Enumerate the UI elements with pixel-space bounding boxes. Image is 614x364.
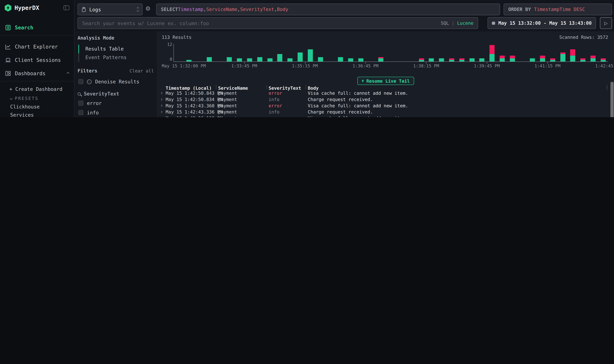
histogram-bar[interactable] bbox=[379, 57, 383, 62]
select-clause-input[interactable]: SELECT Timestamp, ServiceName, SeverityT… bbox=[156, 3, 500, 15]
histogram-bar[interactable] bbox=[267, 58, 272, 62]
analysis-mode-option[interactable]: Results Table bbox=[78, 45, 154, 53]
histogram-bar[interactable] bbox=[550, 58, 555, 62]
checkbox[interactable] bbox=[78, 110, 83, 115]
histogram-bar[interactable] bbox=[480, 58, 484, 62]
histogram-bar[interactable] bbox=[601, 58, 606, 62]
histogram-bar[interactable] bbox=[277, 54, 282, 62]
filter-option-info[interactable]: info bbox=[78, 110, 154, 116]
histogram-bar[interactable] bbox=[419, 58, 424, 62]
histogram-bar[interactable] bbox=[439, 58, 444, 62]
histogram-bar[interactable] bbox=[287, 58, 292, 62]
select-keyword: SELECT bbox=[161, 7, 178, 12]
source-settings-gear-icon[interactable]: ⚙ bbox=[145, 6, 151, 12]
row-expand-chevron-icon[interactable] bbox=[160, 96, 166, 103]
denoise-label: Denoise Results bbox=[95, 79, 139, 85]
histogram-bar[interactable] bbox=[186, 60, 192, 62]
select-field: ServiceName bbox=[206, 7, 237, 12]
analysis-mode-option[interactable]: Event Patterns bbox=[78, 53, 154, 62]
histogram-slot bbox=[305, 44, 315, 62]
date-range-picker[interactable]: May 15 13:32:00 - May 15 13:43:00 bbox=[487, 17, 596, 29]
checkbox[interactable] bbox=[78, 101, 83, 106]
histogram-bar[interactable] bbox=[257, 57, 262, 62]
histogram-bar[interactable] bbox=[429, 58, 434, 62]
histogram-bar[interactable] bbox=[459, 58, 464, 62]
table-options-kebab-icon[interactable]: ⋮ bbox=[604, 85, 609, 90]
results-area: 113 Results Scanned Rows: 3572 12 0 May … bbox=[157, 31, 614, 117]
row-expand-chevron-icon[interactable] bbox=[160, 109, 166, 115]
histogram-bar[interactable] bbox=[227, 57, 232, 62]
histogram-bar[interactable] bbox=[500, 55, 505, 62]
sidebar-item-label: Chart Explorer bbox=[15, 44, 69, 50]
results-histogram[interactable] bbox=[173, 44, 608, 62]
error-bar-segment bbox=[590, 55, 596, 58]
histogram-bar[interactable] bbox=[490, 45, 495, 62]
x-axis-labels: May 15 1:32:00 PM1:33:45 PM1:35:15 PM1:3… bbox=[173, 64, 608, 69]
checkbox[interactable] bbox=[78, 79, 83, 84]
histogram-bar[interactable] bbox=[237, 58, 242, 62]
sidebar-preset-services[interactable]: Services bbox=[0, 111, 74, 117]
histogram-bar[interactable] bbox=[308, 50, 313, 62]
table-row[interactable]: May 15 1:42:36.188 PMpaymenterrorVisa ca… bbox=[157, 115, 610, 117]
histogram-bar[interactable] bbox=[540, 55, 545, 62]
table-row[interactable]: May 15 1:42:50.834 PMpaymentinfoCharge r… bbox=[157, 96, 610, 103]
histogram-bar[interactable] bbox=[570, 50, 575, 62]
histogram-bar[interactable] bbox=[449, 58, 454, 62]
row-expand-chevron-icon[interactable] bbox=[160, 115, 166, 117]
x-tick-label: 1:41:15 PM bbox=[535, 64, 561, 68]
orderby-input[interactable]: ORDER BY TimestampTime DESC bbox=[504, 3, 612, 15]
scrollbar-thumb[interactable] bbox=[611, 82, 614, 117]
histogram-bar[interactable] bbox=[338, 57, 343, 62]
source-select[interactable]: Logs bbox=[78, 3, 143, 15]
row-expand-chevron-icon[interactable] bbox=[160, 90, 166, 96]
cell-timestamp: May 15 1:42:50.843 PM bbox=[166, 90, 218, 96]
histogram-bar[interactable] bbox=[348, 58, 353, 62]
histogram-bar[interactable] bbox=[530, 58, 535, 62]
filter-option-label: error bbox=[87, 100, 102, 106]
table-row[interactable]: May 15 1:42:43.336 PMpaymentinfoCharge r… bbox=[157, 109, 610, 115]
row-expand-chevron-icon[interactable] bbox=[160, 103, 166, 109]
table-row[interactable]: May 15 1:42:50.843 PMpaymenterrorVisa ca… bbox=[157, 90, 610, 96]
histogram-bar[interactable] bbox=[469, 58, 474, 62]
sidebar-item-dashboards[interactable]: Dashboards bbox=[0, 68, 74, 78]
info-bar-segment bbox=[601, 60, 606, 62]
info-bar-segment bbox=[247, 58, 252, 62]
table-scrollbar[interactable] bbox=[610, 81, 614, 117]
cell-body: Visa cache full: cannot add new item. bbox=[308, 90, 610, 96]
column-resize-handle[interactable]: ⋮ bbox=[304, 85, 308, 89]
filter-groups: SeverityTexterrorinfoServiceNameClear✓pa… bbox=[78, 91, 154, 117]
resume-live-tail-button[interactable]: Resume Live Tail bbox=[357, 77, 414, 85]
sidebar-item-client-sessions[interactable]: Client Sessions bbox=[0, 55, 74, 65]
histogram-bar[interactable] bbox=[298, 52, 303, 62]
sidebar-preset-clickhouse[interactable]: Clickhouse bbox=[0, 103, 74, 111]
divider bbox=[0, 81, 74, 81]
histogram-slot bbox=[548, 44, 558, 62]
filter-option-error[interactable]: error bbox=[78, 100, 154, 106]
denoise-results-checkbox[interactable]: Denoise Results bbox=[78, 79, 154, 85]
log-rows: May 15 1:42:50.843 PMpaymenterrorVisa ca… bbox=[157, 90, 610, 117]
column-resize-handle[interactable]: ⋮ bbox=[214, 85, 218, 89]
sidebar-item-chart-explorer[interactable]: Chart Explorer bbox=[0, 42, 74, 52]
histogram-bar[interactable] bbox=[247, 58, 252, 62]
x-tick-mark bbox=[244, 62, 245, 64]
search-input[interactable]: Search your events w/ Lucene ex. column:… bbox=[78, 17, 478, 29]
run-query-button[interactable]: ▷ bbox=[600, 17, 612, 29]
histogram-bar[interactable] bbox=[510, 55, 515, 62]
histogram-bar[interactable] bbox=[358, 58, 363, 62]
histogram-bar[interactable] bbox=[580, 58, 585, 62]
histogram-slot bbox=[295, 44, 305, 62]
histogram-bar[interactable] bbox=[318, 57, 323, 62]
lucene-mode-button[interactable]: Lucene bbox=[457, 20, 473, 26]
column-resize-handle[interactable]: ⋮ bbox=[265, 85, 269, 89]
sql-mode-button[interactable]: SQL bbox=[441, 20, 449, 26]
create-dashboard-link[interactable]: + Create Dashboard bbox=[0, 85, 74, 93]
sidebar-item-search[interactable]: Search bbox=[0, 23, 74, 32]
clear-all-filters-link[interactable]: Clear all bbox=[130, 68, 154, 74]
collapse-sidebar-icon[interactable] bbox=[64, 6, 69, 10]
histogram-bar[interactable] bbox=[590, 55, 596, 62]
presets-toggle[interactable]: PRESETS bbox=[0, 94, 74, 103]
histogram-bar[interactable] bbox=[207, 57, 212, 62]
info-bar-segment bbox=[429, 58, 434, 62]
histogram-bar[interactable] bbox=[560, 52, 565, 62]
table-row[interactable]: May 15 1:42:43.360 PMpaymenterrorVisa ca… bbox=[157, 103, 610, 109]
